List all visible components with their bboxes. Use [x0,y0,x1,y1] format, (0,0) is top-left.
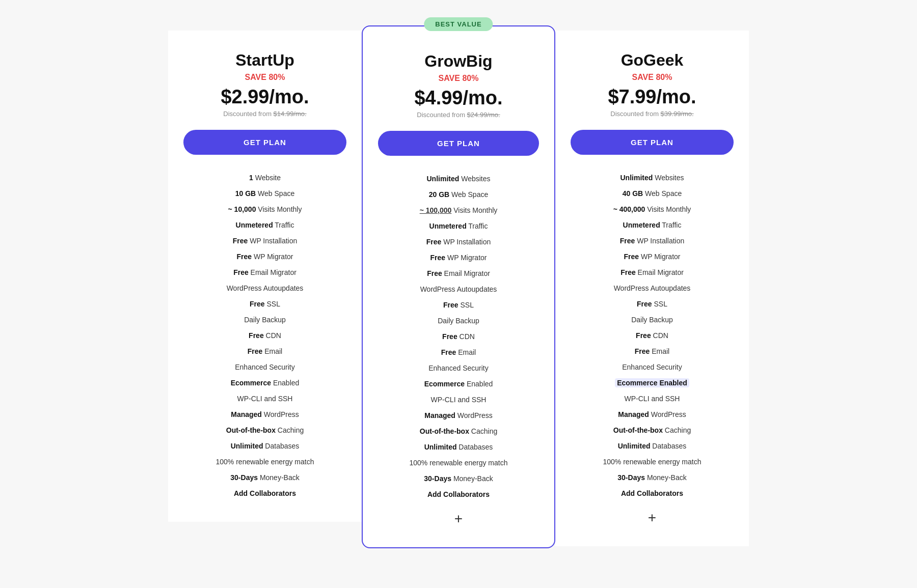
plan-price-gogeek: $7.99/mo. [571,86,734,108]
feature-text-15: WordPress [649,410,686,418]
feature-bold-0: Unlimited [427,175,460,183]
save-badge-gogeek: SAVE 80% [571,73,734,82]
feature-item: Enhanced Security [378,360,539,376]
feature-bold-4: Free [426,238,442,246]
feature-bold-4: Free [620,237,635,245]
feature-bold-1: 20 GB [429,190,449,199]
feature-text-0: Websites [653,174,684,182]
plan-name-gogeek: GoGeek [571,51,734,70]
feature-item: Free WP Installation [571,233,734,249]
feature-item: 20 GB Web Space [378,187,539,203]
feature-bold-3: Unmetered [623,221,660,229]
discounted-from-startup: Discounted from $14.99/mo. [183,110,346,118]
feature-bold-20: Add Collaborators [621,489,683,497]
feature-bold-3: Unmetered [236,221,273,229]
feature-text-15: WordPress [262,410,299,418]
plan-name-growbig: GrowBig [378,52,539,71]
feature-item: WP-CLI and SSH [378,392,539,408]
feature-bold-15: Managed [618,410,649,418]
feature-bold-5: Free [236,253,252,261]
feature-item: Free Email Migrator [183,265,346,281]
discounted-from-growbig: Discounted from $24.99/mo. [378,111,539,119]
feature-text-14: WP-CLI and SSH [625,395,680,403]
feature-bold-13: Ecommerce [231,379,271,387]
feature-item: Unlimited Databases [183,438,346,454]
feature-text-7: WordPress Autoupdates [614,284,691,292]
feature-text-5: WP Migrator [639,253,680,261]
feature-item: Daily Backup [571,312,734,328]
feature-text-4: WP Installation [635,237,684,245]
feature-item: WordPress Autoupdates [378,282,539,297]
feature-text-5: WP Migrator [252,253,293,261]
features-list-startup: 1 Website10 GB Web Space~ 10,000 Visits … [183,170,346,501]
feature-item: WordPress Autoupdates [571,281,734,296]
plan-price-startup: $2.99/mo. [183,86,346,108]
feature-item: 100% renewable energy match [183,454,346,470]
plan-name-startup: StartUp [183,51,346,70]
plus-icon: + [571,510,734,526]
feature-item: Free SSL [571,296,734,312]
feature-item: Ecommerce Enabled [183,375,346,391]
feature-text-18: 100% renewable energy match [409,459,507,467]
feature-item: Free CDN [378,329,539,345]
feature-bold-16: Out-of-the-box [613,426,663,434]
plus-icon: + [378,511,539,527]
plan-card-gogeek: GoGeekSAVE 80%$7.99/mo.Discounted from $… [555,31,749,546]
feature-bold-17: Unlimited [231,442,263,450]
feature-item: WordPress Autoupdates [183,281,346,296]
feature-text-14: WP-CLI and SSH [431,396,487,404]
feature-text-15: WordPress [455,411,493,419]
feature-text-12: Enhanced Security [428,364,489,372]
feature-bold-13: Ecommerce [424,380,465,388]
feature-item: 10 GB Web Space [183,186,346,202]
feature-text-8: SSL [265,300,280,308]
feature-text-6: Email Migrator [442,269,490,277]
feature-bold-5: Free [430,254,445,262]
feature-item: Free WP Migrator [571,249,734,265]
feature-item: WP-CLI and SSH [183,391,346,407]
feature-bold-16: Out-of-the-box [420,427,469,435]
plan-card-startup: StartUpSAVE 80%$2.99/mo.Discounted from … [168,31,362,522]
get-plan-button-growbig[interactable]: GET PLAN [378,131,539,156]
feature-item: Free SSL [378,297,539,313]
feature-item: Free WP Installation [378,234,539,250]
get-plan-button-gogeek[interactable]: GET PLAN [571,130,734,155]
feature-text-4: WP Installation [441,238,491,246]
get-plan-button-startup[interactable]: GET PLAN [183,130,346,155]
feature-text-17: Databases [650,442,686,450]
feature-item: ~ 400,000 Visits Monthly [571,202,734,217]
feature-text-2: Visits Monthly [645,205,691,213]
feature-bold-20: Add Collaborators [427,490,490,498]
feature-bold-19: 30-Days [424,474,451,483]
feature-text-3: Traffic [273,221,294,229]
feature-item: Free CDN [571,328,734,344]
feature-item: Unmetered Traffic [571,217,734,233]
save-badge-growbig: SAVE 80% [378,74,539,83]
feature-bold-11: Free [635,347,650,355]
feature-bold-6: Free [621,268,636,276]
feature-text-1: Web Space [256,189,294,198]
feature-item: Free Email [183,344,346,359]
feature-text-17: Databases [263,442,299,450]
feature-bold-20: Add Collaborators [234,489,296,497]
feature-highlight: Ecommerce Enabled [615,378,689,387]
feature-item: 100% renewable energy match [571,454,734,470]
feature-item: Add Collaborators [183,486,346,501]
feature-item: 30-Days Money-Back [183,470,346,486]
feature-item: WP-CLI and SSH [571,391,734,407]
features-list-gogeek: Unlimited Websites40 GB Web Space~ 400,0… [571,170,734,501]
feature-bold-10: Free [442,332,457,341]
feature-item: 100% renewable energy match [378,455,539,471]
feature-item: Unlimited Databases [378,439,539,455]
feature-text: Visits Monthly [451,206,497,214]
feature-item: Out-of-the-box Caching [571,423,734,438]
best-value-badge: BEST VALUE [424,17,493,31]
feature-text-10: CDN [651,331,668,340]
feature-bold-15: Managed [424,411,455,419]
feature-bold-8: Free [250,300,265,308]
feature-text-9: Daily Backup [438,317,479,325]
pricing-container: StartUpSAVE 80%$2.99/mo.Discounted from … [112,20,805,548]
feature-item: Free Email Migrator [378,266,539,282]
feature-bold-2: ~ 400,000 [613,205,645,213]
feature-bold-10: Free [249,331,264,340]
